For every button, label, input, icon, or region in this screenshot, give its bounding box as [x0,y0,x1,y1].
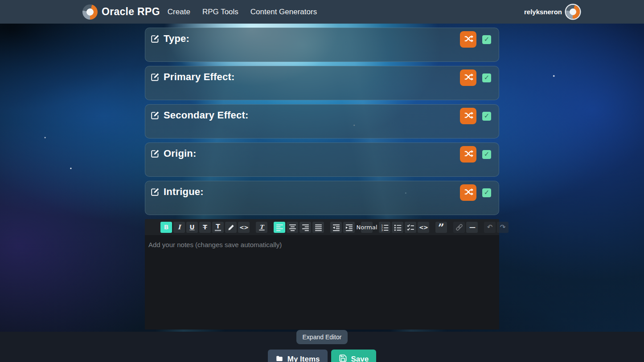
align-left-icon [276,224,283,231]
clear-formatting-button[interactable]: T [256,222,267,233]
align-right-icon [302,224,309,231]
indent-icon [345,224,353,231]
ul-icon [394,224,402,231]
notes-input-area[interactable]: Add your notes (changes save automatical… [145,235,499,329]
brand-title: Oracle RPG [102,6,160,18]
outdent-button[interactable] [330,222,342,233]
notes-placeholder: Add your notes (changes save automatical… [148,241,282,248]
generator-row-origin: Origin: [145,142,499,177]
shuffle-icon [464,110,473,122]
align-justify-icon [315,224,322,231]
row-label: Origin: [164,148,197,159]
notes-editor: BIUTT<>TNormal123<>”—↶↷ Add your notes (… [145,219,499,329]
svg-text:3: 3 [381,229,383,231]
folder-icon [275,354,283,362]
link-button[interactable] [453,222,465,233]
svg-text:T: T [259,224,265,230]
footer-actions: Expand Editor My Items Save [0,329,644,362]
edit-icon[interactable] [151,187,160,196]
text-color-icon: T [215,223,221,231]
row-label: Secondary Effect: [164,110,248,121]
edit-icon[interactable] [151,111,160,120]
editor-toolbar: BIUTT<>TNormal123<>”—↶↷ [145,219,499,235]
ol-icon: 123 [381,224,389,231]
edit-icon[interactable] [151,34,160,43]
align-left-button[interactable] [274,222,285,233]
username: relyksneron [524,8,562,16]
pencil-icon [227,224,235,231]
inline-code-icon: <> [239,224,248,230]
align-right-button[interactable] [299,222,311,233]
include-checkbox[interactable] [482,150,491,159]
include-checkbox[interactable] [482,73,491,82]
shuffle-button[interactable] [460,31,476,48]
bullet-list-button[interactable] [392,222,403,233]
undo-icon: ↶ [487,224,493,231]
ordered-list-button[interactable]: 123 [379,222,390,233]
shuffle-icon [464,187,473,198]
row-label: Type: [164,33,189,45]
inline-code-button[interactable]: <> [238,222,250,233]
underline-button[interactable]: U [186,222,198,233]
nav-links: Create RPG Tools Content Generators [168,8,317,16]
save-icon [339,354,347,362]
align-center-icon [289,224,296,231]
undo-button[interactable]: ↶ [484,222,496,233]
redo-button[interactable]: ↷ [497,222,509,233]
nav-item-create[interactable]: Create [168,8,190,16]
brand[interactable]: Oracle RPG [82,4,160,20]
horizontal-rule-button[interactable]: — [466,222,478,233]
edit-icon[interactable] [151,73,160,81]
shuffle-button[interactable] [460,184,476,201]
include-checkbox[interactable] [482,188,491,197]
strikethrough-button[interactable]: T [199,222,211,233]
code-block-button[interactable]: <> [418,222,429,233]
text-color-button[interactable]: T [212,222,224,233]
expand-editor-button[interactable]: Expand Editor [296,330,348,344]
redo-icon: ↷ [500,224,506,231]
nav-item-rpg-tools[interactable]: RPG Tools [202,8,238,16]
shuffle-icon [464,72,473,83]
cl-icon [407,224,414,231]
outdent-icon [332,224,340,231]
code-block-icon: <> [419,224,428,230]
save-label: Save [351,355,369,362]
bold-button[interactable]: B [160,222,172,233]
row-label: Intrigue: [164,186,204,198]
include-checkbox[interactable] [482,112,491,121]
my-items-label: My Items [287,355,320,362]
underline-icon: U [189,224,194,230]
shuffle-button[interactable] [460,69,476,86]
italic-button[interactable]: I [173,222,185,233]
nav-item-content-generators[interactable]: Content Generators [250,8,317,16]
clean-icon: T [258,224,266,231]
generator-row-intrigue: Intrigue: [145,181,499,215]
generator-row-primary-effect: Primary Effect: [145,66,499,100]
align-center-button[interactable] [287,222,298,233]
bold-icon: B [164,224,169,230]
shuffle-icon [464,149,473,160]
italic-icon: I [178,224,181,230]
check-list-button[interactable] [405,222,416,233]
generator-row-secondary-effect: Secondary Effect: [145,104,499,138]
blockquote-icon: ” [438,223,444,228]
strikethrough-icon: T [203,224,207,230]
edit-icon[interactable] [151,149,160,158]
shuffle-button[interactable] [460,108,476,124]
shuffle-button[interactable] [460,146,476,163]
highlight-button[interactable] [225,222,237,233]
blockquote-button[interactable]: ” [435,222,447,233]
include-checkbox[interactable] [482,35,491,44]
navbar: Oracle RPG Create RPG Tools Content Gene… [0,0,644,24]
save-button[interactable]: Save [331,350,377,362]
user-menu[interactable]: relyksneron [524,5,580,19]
shuffle-icon [464,34,473,45]
generator-row-type: Type: [145,28,499,62]
my-items-button[interactable]: My Items [268,350,328,362]
indent-button[interactable] [343,222,355,233]
avatar[interactable] [566,5,580,19]
horizontal-rule-icon: — [469,224,475,230]
oracle-rpg-logo-icon [82,4,98,20]
paragraph-style-dropdown[interactable]: Normal [361,222,373,233]
align-justify-button[interactable] [312,222,324,233]
